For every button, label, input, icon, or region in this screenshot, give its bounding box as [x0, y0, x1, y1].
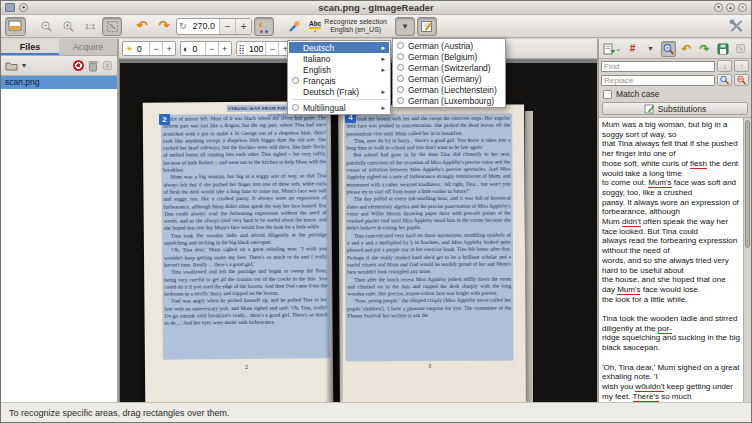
close-button[interactable]: ×	[738, 3, 747, 12]
undo-button[interactable]: ↶	[679, 41, 694, 57]
strip-linebreaks-button[interactable]: #	[625, 41, 640, 57]
dropdown-icon: ▾	[648, 44, 652, 53]
recognize-language-dropdown[interactable]: ▾	[395, 17, 415, 36]
replace-input[interactable]	[601, 75, 715, 86]
menu-item-francais[interactable]: Français	[289, 75, 389, 86]
sources-pane-icon	[8, 20, 23, 33]
left-page-text-region[interactable]: a slice of mirror left. Most of it was b…	[161, 113, 330, 359]
main-toolbar: 1:1 ↶ ↷ ↻ 270.0 − + ◐	[1, 15, 751, 38]
titlebar: ● scan.png - gImageReader ▾ ▴ ×	[1, 1, 751, 15]
file-item-scan[interactable]: scan.png	[1, 76, 117, 89]
auto-layout-button[interactable]	[284, 17, 304, 36]
misspelled-word: Mum's	[648, 178, 671, 188]
zoom-original-button[interactable]: 1:1	[80, 17, 100, 36]
radio-icon	[397, 86, 404, 93]
resolution-decrease-button[interactable]: −	[265, 42, 278, 55]
menu-item-italiano[interactable]: Italiano ▸	[289, 53, 389, 64]
abc-icon: Abc ▾	[309, 20, 321, 33]
menu-item-german-germany[interactable]: German (Germany)	[394, 73, 504, 84]
scan-paragraph: But school had gone in by the time Tina …	[346, 151, 510, 196]
save-icon	[717, 43, 729, 55]
menu-item-german-austria[interactable]: German (Austria)	[394, 40, 504, 51]
rotate-left-button[interactable]: ↶	[132, 17, 152, 36]
find-replace-icon	[662, 43, 675, 55]
zoom-out-button[interactable]	[36, 17, 56, 36]
app-window: ● scan.png - gImageReader ▾ ▴ ×	[0, 0, 752, 423]
find-next-button[interactable]: ↓	[717, 60, 732, 72]
tab-files[interactable]: Files	[1, 39, 59, 55]
contrast-decrease-button[interactable]: −	[205, 42, 218, 55]
find-input[interactable]	[601, 61, 715, 72]
redo-button[interactable]: ↷	[697, 41, 712, 57]
rotation-decrease-button[interactable]: −	[219, 19, 235, 34]
match-case-checkbox[interactable]	[603, 90, 612, 99]
menu-item-german-liechtenstein[interactable]: German (Liechtenstein)	[394, 84, 504, 95]
menu-item-german-belgium[interactable]: German (Belgium)	[394, 51, 504, 62]
rotation-spinbox[interactable]: ↻ 270.0 − +	[176, 18, 252, 35]
trash-icon	[88, 60, 98, 72]
find-replace-toggle[interactable]	[661, 41, 676, 57]
radio-icon	[397, 64, 404, 71]
scan-paragraph: a slice of mirror left. Most of it was b…	[163, 114, 327, 174]
output-pane-toggle[interactable]	[417, 17, 437, 36]
image-controls-toggle[interactable]: ◐	[254, 17, 274, 36]
match-case-label: Match case	[616, 89, 659, 99]
window-menu-button[interactable]: ●	[19, 3, 28, 12]
brightness-increase-button[interactable]: +	[162, 42, 175, 55]
tab-acquire[interactable]: Acquire	[59, 39, 117, 55]
zoom-in-icon	[62, 20, 75, 33]
rotate-right-button[interactable]: ↷	[154, 17, 174, 36]
clear-output-button[interactable]	[733, 41, 748, 57]
output-text[interactable]: Mum was a big woman, but big in a soggy …	[599, 118, 743, 402]
output-scrollbar[interactable]	[743, 118, 751, 402]
submenu-arrow-icon: ▸	[381, 66, 385, 74]
radio-icon	[397, 97, 404, 104]
recognize-label: Recognize selection English (en_US)	[324, 18, 387, 34]
insert-text-icon	[603, 43, 615, 55]
clear-list-button[interactable]	[102, 60, 113, 71]
rotation-increase-button[interactable]: +	[235, 19, 251, 34]
settings-button[interactable]	[726, 17, 747, 36]
delete-image-button[interactable]	[88, 60, 98, 72]
contrast-spinbox[interactable]: ◐ 0 − +	[180, 41, 231, 56]
substitutions-button[interactable]: Substitutions	[602, 102, 748, 115]
recent-dropdown[interactable]: ▾	[22, 61, 26, 70]
right-page-text-region[interactable]: Tina took the broom with her and she swe…	[344, 114, 514, 362]
filter-dropdown[interactable]: ▾	[643, 41, 658, 57]
maximize-button[interactable]: ▴	[726, 3, 735, 12]
sources-pane-toggle[interactable]	[5, 17, 26, 36]
zoom-in-button[interactable]	[58, 17, 78, 36]
radio-icon	[397, 75, 404, 82]
menu-item-deutsch-frak[interactable]: Deutsch (Frak) ▸	[289, 86, 389, 97]
resolution-spinbox[interactable]: ⣿ 100 − +	[236, 41, 293, 56]
german-variants-submenu: German (Austria) German (Belgium) German…	[392, 38, 506, 108]
zoom-fit-button[interactable]	[102, 17, 122, 36]
find-row: ↓ ↑	[599, 59, 751, 73]
insert-mode-button[interactable]: ⌄	[602, 41, 622, 57]
replace-all-button[interactable]	[734, 74, 749, 86]
redo-icon: ↷	[699, 42, 709, 56]
menu-item-german-luxembourg[interactable]: German (Luxembourg)	[394, 95, 504, 106]
menu-item-german-switzerland[interactable]: German (Switzerland)	[394, 62, 504, 73]
save-output-button[interactable]	[715, 41, 730, 57]
brightness-spinbox[interactable]: ☀ 0 − +	[122, 41, 176, 56]
menu-item-english[interactable]: English ▸	[289, 64, 389, 75]
add-images-button[interactable]	[5, 60, 18, 71]
screenshot-button[interactable]	[73, 60, 84, 71]
menu-item-multilingual[interactable]: Multilingual ▸	[289, 102, 389, 113]
output-scrollbar-thumb[interactable]	[745, 120, 750, 248]
recognize-button[interactable]: Abc ▾ Recognize selection English (en_US…	[306, 17, 393, 36]
minimize-button[interactable]: ▾	[714, 3, 723, 12]
region-badge-2[interactable]: 2	[159, 114, 170, 125]
scan-paragraph: Tina took the broom with her and she swe…	[346, 115, 510, 138]
scan-paragraph: Mum was a big woman, but big in a soggy …	[163, 173, 327, 233]
brightness-decrease-button[interactable]: −	[149, 42, 162, 55]
contrast-increase-button[interactable]: +	[218, 42, 231, 55]
scan-paragraph: Dad was angry when he picked himself up,…	[164, 297, 327, 328]
misspelled-word: There's	[633, 392, 659, 402]
find-prev-button[interactable]: ↑	[734, 60, 749, 72]
replace-button[interactable]	[717, 74, 732, 86]
menu-item-deutsch[interactable]: Deutsch ▸	[289, 42, 389, 53]
misspelled-word: flesh	[690, 159, 707, 169]
edit-note-icon	[420, 20, 434, 33]
